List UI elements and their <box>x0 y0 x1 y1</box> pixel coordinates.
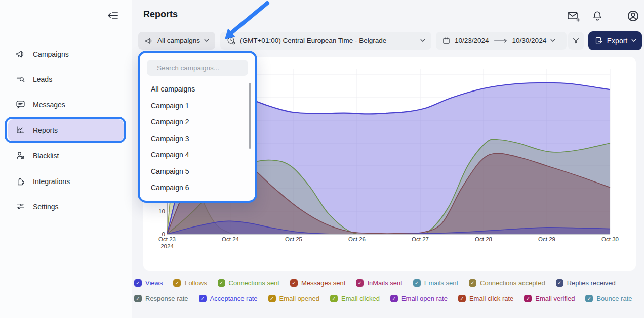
chart-icon <box>15 125 26 135</box>
sidebar-item-reports[interactable]: Reports <box>8 119 124 141</box>
legend-item-follows[interactable]: ✓Follows <box>173 279 207 287</box>
checkbox-replies-received[interactable]: ✓ <box>556 279 564 287</box>
legend-item-email-verified[interactable]: ✓Email verified <box>524 295 575 302</box>
legend-row-1: ✓Views✓Follows✓Connections sent✓Messages… <box>134 279 640 287</box>
legend-label: Emails sent <box>424 279 458 287</box>
legend-item-email-open-rate[interactable]: ✓Email open rate <box>390 295 448 302</box>
dropdown-item-all-campaigns[interactable]: All campaigns <box>140 81 255 98</box>
legend-label: Messages sent <box>301 279 345 287</box>
checkbox-email-click-rate[interactable]: ✓ <box>458 295 466 302</box>
mail-plus-icon[interactable] <box>567 10 580 22</box>
checkbox-email-verified[interactable]: ✓ <box>524 295 532 302</box>
campaign-filter-dropdown[interactable]: All campaigns <box>138 32 215 50</box>
checkbox-inmails-sent[interactable]: ✓ <box>356 279 364 287</box>
checkbox-email-opened[interactable]: ✓ <box>268 295 276 302</box>
timezone-dropdown[interactable]: (GMT+01:00) Central European Time - Belg… <box>220 32 431 50</box>
legend-item-connections-sent[interactable]: ✓Connections sent <box>218 279 279 287</box>
filter-funnel-button[interactable] <box>568 32 584 50</box>
megaphone-icon <box>15 49 26 59</box>
x-axis-label-year: 2024 <box>160 243 174 249</box>
legend-item-emails-sent[interactable]: ✓Emails sent <box>413 279 458 287</box>
checkbox-connections-sent[interactable]: ✓ <box>218 279 225 287</box>
legend-label: Connections accepted <box>480 279 545 287</box>
legend-label: Email verified <box>535 295 575 302</box>
sidebar-item-label: Messages <box>33 101 65 109</box>
checkbox-follows[interactable]: ✓ <box>173 279 181 287</box>
sidebar-item-label: Campaigns <box>33 50 69 58</box>
checkbox-response-rate[interactable]: ✓ <box>134 295 142 302</box>
sidebar-item-leads[interactable]: Leads <box>8 68 124 90</box>
sliders-icon <box>15 201 26 212</box>
bell-icon[interactable] <box>591 10 603 22</box>
dropdown-item-campaign-2[interactable]: Campaign 2 <box>140 114 255 130</box>
campaign-filter-label: All campaigns <box>157 37 200 44</box>
legend-item-email-opened[interactable]: ✓Email opened <box>268 295 320 302</box>
user-block-icon <box>15 150 26 161</box>
legend-item-inmails-sent[interactable]: ✓InMails sent <box>356 279 402 287</box>
campaign-search-input[interactable] <box>156 64 248 72</box>
lead-search-icon <box>15 74 26 84</box>
dropdown-scrollbar-thumb[interactable] <box>249 83 251 149</box>
sidebar-item-label: Integrations <box>33 177 70 186</box>
checkbox-emails-sent[interactable]: ✓ <box>413 279 421 287</box>
legend-label: Connections sent <box>229 279 279 287</box>
timezone-label: (GMT+01:00) Central European Time - Belg… <box>240 37 416 44</box>
checkbox-views[interactable]: ✓ <box>134 279 142 287</box>
x-axis-label: Oct 24 <box>222 236 239 242</box>
export-file-icon <box>594 36 603 46</box>
checkbox-email-clicked[interactable]: ✓ <box>330 295 338 302</box>
date-range-picker[interactable]: 10/23/2024 10/30/2024 <box>436 32 567 50</box>
sidebar-item-settings[interactable]: Settings <box>8 196 124 217</box>
sidebar-item-label: Settings <box>33 203 59 211</box>
legend-item-email-clicked[interactable]: ✓Email clicked <box>330 295 380 302</box>
sidebar-item-campaigns[interactable]: Campaigns <box>8 43 124 65</box>
x-axis-label: Oct 29 <box>538 236 555 242</box>
legend-item-messages-sent[interactable]: ✓Messages sent <box>290 279 345 287</box>
legend-item-replies-received[interactable]: ✓Replies received <box>556 279 616 287</box>
dropdown-item-campaign-3[interactable]: Campaign 3 <box>140 130 255 147</box>
x-axis-label: Oct 30 <box>601 236 619 242</box>
dropdown-item-campaign-6[interactable]: Campaign 6 <box>140 179 255 196</box>
checkbox-bounce-rate[interactable]: ✓ <box>585 295 593 302</box>
legend-item-acceptance-rate[interactable]: ✓Acceptance rate <box>199 295 258 302</box>
campaign-search[interactable] <box>147 60 248 76</box>
legend-label: Follows <box>184 279 207 287</box>
checkbox-acceptance-rate[interactable]: ✓ <box>199 295 207 302</box>
dropdown-item-campaign-1[interactable]: Campaign 1 <box>140 98 255 114</box>
avatar-icon[interactable] <box>626 9 640 23</box>
legend-item-views[interactable]: ✓Views <box>134 279 163 287</box>
funnel-icon <box>572 36 580 45</box>
legend-label: Acceptance rate <box>210 295 258 302</box>
legend-item-bounce-rate[interactable]: ✓Bounce rate <box>585 295 632 302</box>
sidebar-item-messages[interactable]: Messages <box>8 94 124 115</box>
x-axis-label: Oct 25 <box>285 236 302 242</box>
legend-label: Email click rate <box>469 295 513 302</box>
export-button[interactable]: Export <box>588 31 642 50</box>
sidebar-item-label: Blacklist <box>33 152 59 160</box>
page-title: Reports <box>143 9 178 20</box>
legend-label: Response rate <box>145 295 188 302</box>
date-start: 10/23/2024 <box>455 37 489 44</box>
x-axis-label: Oct 28 <box>475 236 492 242</box>
x-axis-label: Oct 27 <box>412 236 429 242</box>
sidebar-item-label: Reports <box>33 126 58 134</box>
dropdown-item-campaign-5[interactable]: Campaign 5 <box>140 163 255 180</box>
dropdown-item-campaign-4[interactable]: Campaign 4 <box>140 147 255 163</box>
legend-label: InMails sent <box>367 279 402 287</box>
legend-item-response-rate[interactable]: ✓Response rate <box>134 295 188 302</box>
legend-label: Views <box>145 279 163 287</box>
checkbox-connections-accepted[interactable]: ✓ <box>469 279 476 287</box>
export-label: Export <box>607 37 627 45</box>
x-axis-label: Oct 26 <box>348 236 366 242</box>
legend-item-connections-accepted[interactable]: ✓Connections accepted <box>469 279 545 287</box>
sidebar-collapse-icon[interactable] <box>105 9 119 22</box>
checkbox-email-open-rate[interactable]: ✓ <box>390 295 398 302</box>
chat-bubble-icon <box>15 99 26 110</box>
legend-label: Email opened <box>279 295 320 302</box>
date-end: 10/30/2024 <box>512 37 547 44</box>
legend-item-email-click-rate[interactable]: ✓Email click rate <box>458 295 513 302</box>
legend-row-2: ✓Response rate✓Acceptance rate✓Email ope… <box>134 295 640 302</box>
checkbox-messages-sent[interactable]: ✓ <box>290 279 298 287</box>
sidebar-item-integrations[interactable]: Integrations <box>8 170 124 192</box>
sidebar-item-blacklist[interactable]: Blacklist <box>8 145 124 166</box>
